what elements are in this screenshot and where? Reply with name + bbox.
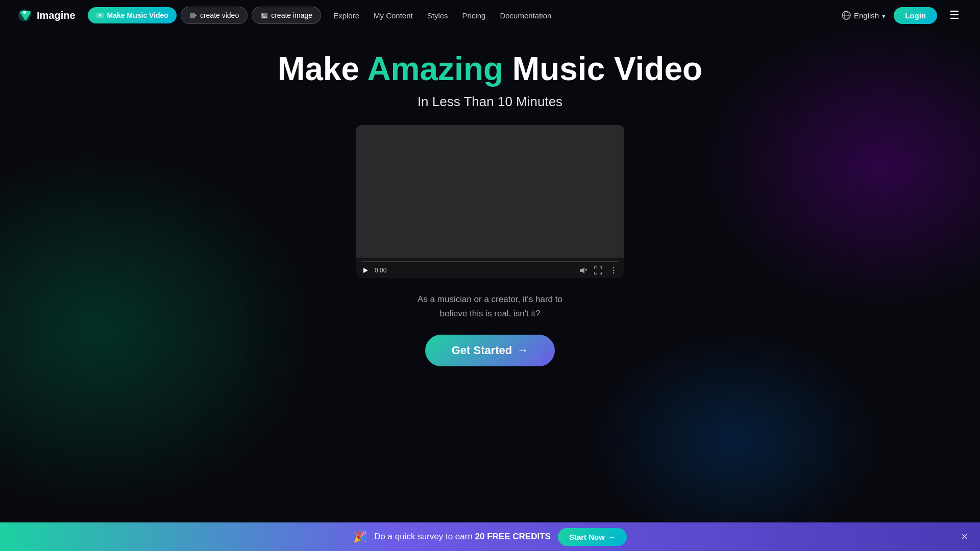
hero-description: As a musician or a creator, it's hard to… (418, 292, 562, 320)
logo[interactable]: Imagine (16, 7, 76, 23)
make-music-video-button[interactable]: Make Music Video (88, 7, 177, 23)
svg-marker-11 (363, 268, 368, 273)
svg-marker-4 (195, 14, 197, 17)
language-selector[interactable]: English (842, 11, 886, 20)
create-image-icon (260, 12, 268, 19)
bottom-banner: 🎉 Do a quick survey to earn 20 FREE CRED… (0, 522, 980, 551)
video-player: 0:00 (356, 125, 624, 278)
nav-right: English Login (842, 7, 964, 24)
login-button[interactable]: Login (894, 7, 937, 24)
svg-point-16 (613, 270, 615, 271)
svg-point-17 (613, 272, 615, 274)
video-area (356, 125, 624, 258)
create-video-icon (189, 12, 197, 19)
play-button[interactable] (361, 266, 370, 274)
svg-point-15 (613, 267, 615, 269)
more-options-icon (609, 266, 618, 274)
navbar: Imagine Make Music Video create video cr… (0, 0, 980, 31)
brand-name: Imagine (37, 10, 76, 21)
music-video-icon (96, 11, 104, 19)
mute-button[interactable] (578, 265, 588, 276)
svg-point-0 (23, 11, 26, 14)
mute-icon (579, 266, 587, 274)
nav-styles[interactable]: Styles (427, 11, 448, 20)
lang-chevron-icon (882, 11, 886, 20)
svg-point-6 (262, 14, 264, 15)
nav-links: Explore My Content Styles Pricing Docume… (333, 11, 838, 20)
hamburger-menu-button[interactable] (945, 7, 964, 24)
nav-pricing[interactable]: Pricing (462, 11, 486, 20)
start-now-button[interactable]: Start Now → (558, 528, 627, 546)
banner-emoji: 🎉 (353, 530, 367, 543)
translate-icon (842, 11, 851, 20)
nav-documentation[interactable]: Documentation (500, 11, 551, 20)
fullscreen-icon (594, 266, 602, 274)
nav-explore[interactable]: Explore (333, 11, 359, 20)
svg-marker-12 (580, 267, 584, 273)
fullscreen-button[interactable] (593, 265, 603, 276)
create-video-button[interactable]: create video (181, 7, 248, 24)
main-content: Make Amazing Music Video In Less Than 10… (0, 31, 980, 366)
progress-bar[interactable] (361, 261, 619, 262)
create-image-button[interactable]: create image (252, 7, 321, 24)
banner-close-button[interactable]: × (961, 530, 968, 543)
more-options-button[interactable] (608, 265, 619, 276)
play-icon (362, 267, 369, 273)
nav-my-content[interactable]: My Content (374, 11, 413, 20)
logo-icon (16, 7, 33, 23)
hero-headline: Make Amazing Music Video (278, 51, 702, 87)
banner-text: Do a quick survey to earn 20 FREE CREDIT… (374, 532, 551, 542)
get-started-button[interactable]: Get Started → (425, 335, 555, 366)
time-display: 0:00 (375, 267, 386, 274)
svg-rect-3 (190, 13, 195, 18)
hero-subheadline: In Less Than 10 Minutes (418, 94, 562, 110)
